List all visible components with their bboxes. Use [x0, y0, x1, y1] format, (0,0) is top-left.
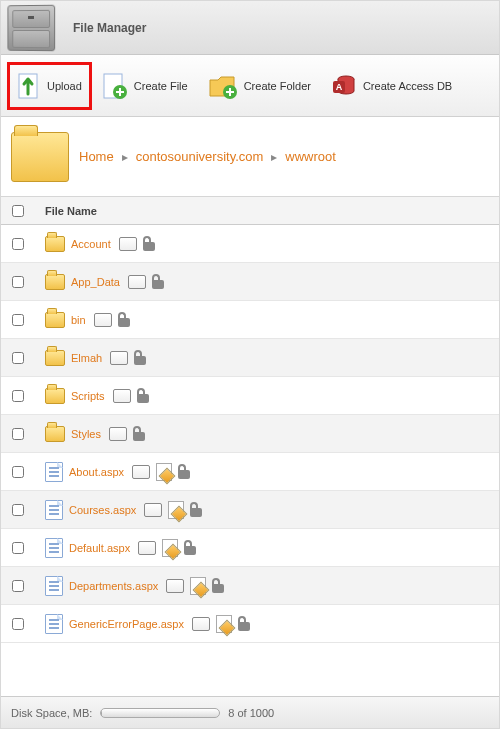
breadcrumb-domain[interactable]: contosouniversity.com [136, 149, 264, 164]
select-all-checkbox[interactable] [12, 205, 24, 217]
create-file-button[interactable]: Create File [92, 62, 198, 110]
edit-icon[interactable] [156, 463, 172, 481]
rename-icon[interactable] [144, 503, 162, 517]
table-row: Courses.aspx [1, 491, 499, 529]
toolbar: Upload Create File Create Folder A Creat… [1, 55, 499, 117]
table-row: Elmah [1, 339, 499, 377]
edit-icon[interactable] [162, 539, 178, 557]
row-checkbox[interactable] [12, 542, 24, 554]
disk-space-meter [100, 708, 220, 718]
row-filename-cell: Account [35, 236, 499, 252]
rename-icon[interactable] [192, 617, 210, 631]
row-checkbox[interactable] [12, 618, 24, 630]
row-checkbox[interactable] [12, 314, 24, 326]
create-folder-button[interactable]: Create Folder [198, 62, 321, 110]
breadcrumb-wwwroot[interactable]: wwwroot [285, 149, 336, 164]
column-header-filename[interactable]: File Name [35, 205, 499, 217]
create-access-db-button[interactable]: A Create Access DB [321, 62, 462, 110]
disk-space-label: Disk Space, MB: [11, 707, 92, 719]
chevron-right-icon: ▸ [271, 150, 277, 164]
row-actions [166, 577, 224, 595]
rename-icon[interactable] [132, 465, 150, 479]
create-access-db-label: Create Access DB [363, 80, 452, 92]
row-checkbox[interactable] [12, 428, 24, 440]
row-actions [109, 427, 145, 441]
rename-icon[interactable] [128, 275, 146, 289]
breadcrumb-row: Home ▸ contosouniversity.com ▸ wwwroot [1, 117, 499, 197]
lock-icon[interactable] [134, 351, 146, 365]
row-actions [128, 275, 164, 289]
lock-icon[interactable] [212, 579, 224, 593]
file-name-link[interactable]: bin [71, 314, 86, 326]
table-header: File Name [1, 197, 499, 225]
row-checkbox[interactable] [12, 390, 24, 402]
lock-icon[interactable] [178, 465, 190, 479]
row-actions [110, 351, 146, 365]
row-checkbox[interactable] [12, 352, 24, 364]
row-checkbox-cell [1, 276, 35, 288]
window-header: File Manager [1, 1, 499, 55]
file-name-link[interactable]: Elmah [71, 352, 102, 364]
upload-button[interactable]: Upload [7, 62, 92, 110]
row-checkbox-cell [1, 466, 35, 478]
table-row: About.aspx [1, 453, 499, 491]
row-actions [138, 539, 196, 557]
row-filename-cell: Scripts [35, 388, 499, 404]
rename-icon[interactable] [109, 427, 127, 441]
edit-icon[interactable] [190, 577, 206, 595]
lock-icon[interactable] [143, 237, 155, 251]
file-name-link[interactable]: Account [71, 238, 111, 250]
row-checkbox[interactable] [12, 276, 24, 288]
file-name-link[interactable]: About.aspx [69, 466, 124, 478]
rename-icon[interactable] [113, 389, 131, 403]
row-checkbox-cell [1, 238, 35, 250]
table-row: GenericErrorPage.aspx [1, 605, 499, 643]
row-checkbox[interactable] [12, 466, 24, 478]
rename-icon[interactable] [119, 237, 137, 251]
breadcrumb-home[interactable]: Home [79, 149, 114, 164]
folder-icon [45, 274, 65, 290]
row-checkbox-cell [1, 504, 35, 516]
lock-icon[interactable] [184, 541, 196, 555]
table-row: Account [1, 225, 499, 263]
file-name-link[interactable]: Default.aspx [69, 542, 130, 554]
edit-icon[interactable] [216, 615, 232, 633]
lock-icon[interactable] [137, 389, 149, 403]
upload-label: Upload [47, 80, 82, 92]
rename-icon[interactable] [138, 541, 156, 555]
file-name-link[interactable]: Courses.aspx [69, 504, 136, 516]
row-checkbox[interactable] [12, 580, 24, 592]
lock-icon[interactable] [152, 275, 164, 289]
edit-icon[interactable] [168, 501, 184, 519]
row-filename-cell: GenericErrorPage.aspx [35, 614, 499, 634]
rename-icon[interactable] [94, 313, 112, 327]
breadcrumb: Home ▸ contosouniversity.com ▸ wwwroot [79, 149, 336, 164]
lock-icon[interactable] [238, 617, 250, 631]
file-name-link[interactable]: Scripts [71, 390, 105, 402]
row-filename-cell: About.aspx [35, 462, 499, 482]
table-row: Styles [1, 415, 499, 453]
row-checkbox[interactable] [12, 504, 24, 516]
lock-icon[interactable] [118, 313, 130, 327]
rename-icon[interactable] [110, 351, 128, 365]
row-filename-cell: App_Data [35, 274, 499, 290]
row-checkbox-cell [1, 542, 35, 554]
row-checkbox[interactable] [12, 238, 24, 250]
file-name-link[interactable]: App_Data [71, 276, 120, 288]
file-icon [45, 500, 63, 520]
file-list: AccountApp_DatabinElmahScriptsStylesAbou… [1, 225, 499, 696]
rename-icon[interactable] [166, 579, 184, 593]
file-name-link[interactable]: Departments.aspx [69, 580, 158, 592]
lock-icon[interactable] [190, 503, 202, 517]
lock-icon[interactable] [133, 427, 145, 441]
file-icon [45, 538, 63, 558]
chevron-right-icon: ▸ [122, 150, 128, 164]
table-row: Scripts [1, 377, 499, 415]
table-row: Departments.aspx [1, 567, 499, 605]
file-name-link[interactable]: GenericErrorPage.aspx [69, 618, 184, 630]
window-title: File Manager [73, 21, 146, 35]
file-icon [45, 614, 63, 634]
file-name-link[interactable]: Styles [71, 428, 101, 440]
row-filename-cell: bin [35, 312, 499, 328]
file-cabinet-icon [7, 4, 55, 51]
